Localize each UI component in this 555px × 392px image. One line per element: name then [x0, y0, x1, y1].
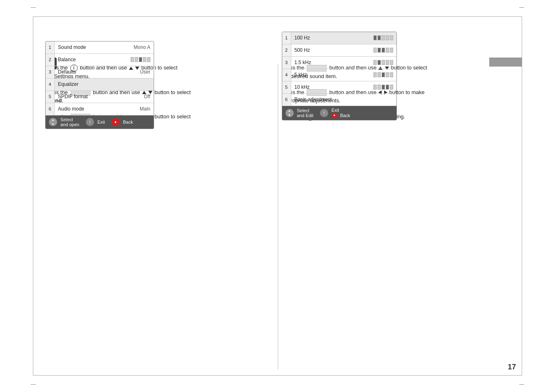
corner-tick [31, 384, 36, 385]
eq-seg-2e [390, 48, 393, 53]
eq-bar-2 [373, 48, 393, 53]
right-column: Press the button and then use button to … [282, 64, 510, 129]
eq-seg-2d [386, 48, 389, 53]
eq-num-5: 5 [282, 81, 291, 93]
eq-10khz-label: 10 kHz [291, 84, 370, 90]
eq-bar-1 [373, 35, 393, 40]
eq-footer-select-label: Select and Edit [297, 108, 313, 118]
eq-100hz-bar [370, 35, 396, 40]
eq-num-6: 6 [282, 94, 291, 106]
eq-seg-2b [378, 48, 381, 53]
eq-seg-5a [373, 85, 377, 90]
sound-menu-row-6: 6 Audio mode Main [46, 103, 154, 115]
row-num-5: 5 [46, 91, 55, 103]
eq-exit-text: Exit ● Back [332, 108, 350, 118]
eq-bar-4 [373, 72, 393, 77]
btn-to-select-2: button to select [154, 89, 191, 95]
eq-back-icon: ● [332, 113, 337, 118]
eq-menu-panel: 1 100 Hz 2 500 Hz [282, 32, 397, 120]
seg-5 [147, 57, 150, 62]
eq-seg-2a [373, 48, 377, 53]
balance-label: Balance [55, 57, 127, 62]
eq-row-5: 5 10 kHz [282, 81, 396, 94]
eq-5khz-label: 5 kHz [291, 72, 370, 78]
eq-seg-3d [386, 60, 389, 65]
eq-seg-1b [378, 35, 381, 40]
back-icon: ● [111, 118, 120, 126]
eq-num-2: 2 [282, 44, 291, 56]
page-border-bottom [33, 375, 522, 376]
eq-seg-3b [378, 60, 381, 65]
eq-seg-5d [386, 85, 389, 90]
eq-seg-3a [373, 60, 377, 65]
eq-100hz-label: 100 Hz [291, 35, 370, 41]
sound-menu: 1 Sound mode Mono A 2 Balance [45, 41, 154, 129]
row-num-3: 3 [46, 66, 55, 78]
eq-5khz-bar [370, 72, 396, 77]
footer-exit-group: i Exit [86, 118, 105, 126]
page-border-left [33, 16, 33, 376]
eq-seg-5b [378, 85, 381, 90]
eq-seg-3e [390, 60, 393, 65]
eq-10khz-bar [370, 85, 396, 90]
defaults-label: Defaults [55, 69, 137, 75]
eq-500hz-bar [370, 48, 396, 53]
left-column: Press the i button and then use button t… [45, 64, 269, 137]
eq-seg-2c [382, 48, 385, 53]
select-icon: ●● [49, 118, 57, 126]
eq-exit-icon: i [320, 109, 328, 117]
seg-1 [131, 57, 134, 62]
seg-4 [143, 57, 146, 62]
sound-menu-row-5: 5 SPDIF format Off [46, 91, 154, 103]
eq-select-icon: ●● [286, 109, 294, 117]
footer-back-group: ● Back [111, 118, 133, 126]
vertical-divider [278, 64, 278, 369]
page-border-top [33, 16, 522, 17]
eq-seg-4c [382, 72, 385, 77]
footer-back-label: Back [123, 120, 133, 125]
eq-row-4: 4 5 kHz [282, 69, 396, 81]
eq-bar-3 [373, 60, 393, 65]
sound-menu-row-4: 4 Equalizer [46, 78, 154, 91]
eq-seg-4d [386, 72, 389, 77]
spdif-value: Off [140, 94, 154, 99]
footer-select-label: Select and open [60, 117, 79, 127]
eq-seg-1e [390, 35, 393, 40]
eq-row-1: 1 100 Hz [282, 32, 396, 44]
corner-tick [31, 7, 36, 8]
eq-15khz-bar [370, 60, 396, 65]
eq-500hz-label: 500 Hz [291, 47, 370, 53]
eq-15khz-label: 1.5 kHz [291, 60, 370, 65]
row-num-1: 1 [46, 42, 55, 53]
eq-num-4: 4 [282, 69, 291, 81]
eq-footer-select-group: ●● Select and Edit [286, 108, 313, 118]
eq-seg-3c [382, 60, 385, 65]
eq-row-2: 2 500 Hz [282, 44, 396, 57]
exit-icon: i [86, 118, 94, 126]
balance-prog-bar [131, 57, 150, 62]
eq-seg-1a [373, 35, 377, 40]
eq-seg-5e [390, 85, 393, 90]
defaults-value: User [137, 69, 154, 75]
eq-bar-5 [373, 85, 393, 90]
btn-to-select-3: button to select [154, 113, 191, 120]
content-area: Press the i button and then use button t… [45, 64, 510, 369]
eq-seg-5c [382, 85, 385, 90]
eq-row-3: 3 1.5 kHz [282, 57, 396, 69]
audio-mode-value: Main [136, 106, 154, 112]
eq-num-1: 1 [282, 32, 291, 44]
audio-mode-label: Audio mode [55, 106, 136, 112]
sound-menu-row-3: 3 Defaults User [46, 66, 154, 78]
spdif-label: SPDIF format [55, 94, 140, 99]
eq-seg-1d [386, 35, 389, 40]
footer-select-group: ●● Select and open [49, 117, 79, 127]
sound-mode-value: Mono A [130, 44, 154, 50]
sound-menu-row-1: 1 Sound mode Mono A [46, 42, 154, 54]
balance-bar [127, 57, 154, 62]
sound-menu-row-2: 2 Balance [46, 54, 154, 66]
row-num-4: 4 [46, 78, 55, 90]
eq-seg-4a [373, 72, 377, 77]
eq-footer-exit-group: i Exit ● Back [320, 108, 350, 118]
sound-mode-label: Sound mode [55, 44, 130, 50]
seg-2 [135, 57, 138, 62]
